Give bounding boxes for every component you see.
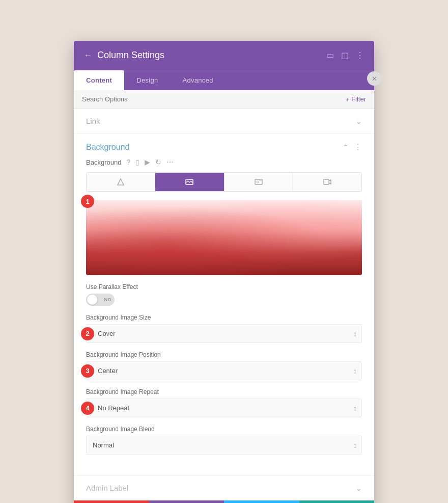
step-badge-1: 1: [81, 195, 94, 208]
panel-header: ← Column Settings ▭ ◫ ⋮: [74, 41, 374, 70]
toggle-value: NO: [104, 297, 112, 302]
bg-tab-color[interactable]: [87, 173, 155, 191]
background-section: Background ⌃ ⋮ Background ? ▯ ▶ ↻ ⋯: [74, 134, 374, 475]
image-blend-label: Background Image Blend: [86, 426, 362, 433]
tab-content[interactable]: Content: [74, 70, 124, 90]
bg-tab-gradient[interactable]: [225, 173, 293, 191]
bg-tab-video[interactable]: [293, 173, 361, 191]
section-header-right: ⌃ ⋮: [343, 142, 362, 152]
cursor-icon[interactable]: ▶: [145, 158, 150, 166]
background-type-tabs: [86, 172, 362, 192]
background-title: Background: [86, 143, 129, 152]
expand-icon[interactable]: ▭: [326, 50, 334, 60]
step-badge-3: 3: [81, 364, 94, 378]
svg-rect-5: [324, 179, 329, 184]
image-repeat-label: Background Image Repeat: [86, 388, 362, 395]
header-icons: ▭ ◫ ⋮: [326, 50, 364, 60]
filter-button[interactable]: + Filter: [346, 95, 366, 103]
more-options-icon[interactable]: ⋮: [356, 50, 364, 60]
step-badge-2: 2: [81, 327, 94, 340]
admin-chevron-icon: ⌄: [356, 484, 362, 492]
svg-point-3: [257, 181, 259, 183]
columns-icon[interactable]: ◫: [341, 50, 349, 60]
parallax-label: Use Parallax Effect: [86, 283, 362, 290]
admin-section[interactable]: Admin Label ⌄: [74, 475, 374, 500]
toggle-knob: [87, 295, 97, 305]
image-repeat-select[interactable]: No Repeat Repeat Repeat X Repeat Y: [86, 399, 362, 417]
link-label: Link: [86, 117, 100, 125]
image-position-select[interactable]: Center Top Left Top Center Top Right: [86, 361, 362, 380]
help-icon[interactable]: ?: [126, 158, 130, 166]
bg-more-icon[interactable]: ⋯: [166, 158, 174, 166]
image-position-label: Background Image Position: [86, 351, 362, 358]
tab-design[interactable]: Design: [124, 70, 170, 90]
redo-button[interactable]: ↻: [224, 500, 299, 503]
parallax-toggle[interactable]: NO: [86, 294, 115, 306]
image-blend-select[interactable]: Normal Multiply Screen Overlay: [86, 436, 362, 455]
undo-button[interactable]: ↺: [149, 500, 225, 503]
save-button[interactable]: ✓: [299, 500, 375, 503]
tab-advanced[interactable]: Advanced: [170, 70, 225, 90]
background-more-icon[interactable]: ⋮: [354, 142, 362, 152]
image-size-label: Background Image Size: [86, 314, 362, 321]
background-toolbar-label: Background: [86, 158, 121, 166]
admin-label: Admin Label: [86, 484, 128, 492]
background-image-preview: [86, 200, 362, 275]
collapse-icon[interactable]: ⌃: [343, 143, 349, 151]
image-blend-group: Background Image Blend Normal Multiply S…: [86, 426, 362, 455]
background-toolbar: Background ? ▯ ▶ ↻ ⋯: [86, 158, 362, 166]
svg-marker-0: [118, 179, 124, 185]
background-section-header: Background ⌃ ⋮: [86, 142, 362, 152]
bg-tab-image[interactable]: [155, 173, 224, 191]
image-repeat-group: Background Image Repeat 4 No Repeat Repe…: [86, 388, 362, 417]
cancel-button[interactable]: ✕: [74, 500, 149, 503]
link-section[interactable]: Link ⌄: [74, 109, 374, 134]
back-button[interactable]: ←: [84, 51, 92, 60]
mobile-icon[interactable]: ▯: [135, 158, 139, 166]
bottom-bar: ✕ ↺ ↻ ✓: [74, 500, 374, 503]
step-badge-4: 4: [81, 402, 94, 415]
search-bar: + Filter: [74, 90, 374, 109]
parallax-group: Use Parallax Effect NO: [86, 283, 362, 306]
image-position-group: Background Image Position 3 Center Top L…: [86, 351, 362, 380]
panel-body: Link ⌄ Background ⌃ ⋮ Background ? ▯: [74, 109, 374, 500]
background-preview-container[interactable]: 1: [86, 200, 362, 275]
search-input[interactable]: [82, 95, 346, 103]
close-overlay-button[interactable]: ✕: [367, 71, 381, 86]
image-size-select[interactable]: Cover Contain Auto: [86, 324, 362, 343]
undo-bg-icon[interactable]: ↻: [155, 158, 161, 166]
tabs-bar: Content Design Advanced: [74, 70, 374, 90]
panel-title: Column Settings: [97, 50, 164, 61]
image-size-group: Background Image Size 2 Cover Contain Au…: [86, 314, 362, 343]
link-chevron-icon: ⌄: [356, 117, 362, 125]
